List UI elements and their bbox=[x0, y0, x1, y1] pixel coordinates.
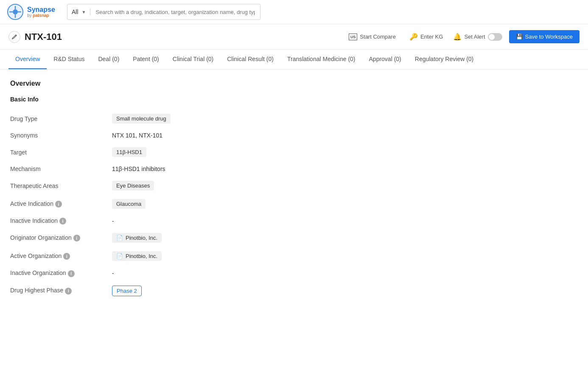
tag-badge-5: Glaucoma bbox=[112, 199, 146, 209]
tab-regulatory-review--0-[interactable]: Regulatory Review (0) bbox=[408, 50, 481, 69]
info-value-4: Eye Diseases bbox=[112, 177, 578, 195]
info-label-6: Inactive Indicationi bbox=[10, 213, 112, 229]
info-row-3: Mechanism11β-HSD1 inhibitors bbox=[10, 161, 578, 177]
info-value-1: NTX 101, NTX-101 bbox=[112, 128, 578, 143]
search-bar: All ▼ bbox=[67, 4, 260, 20]
tab-overview[interactable]: Overview bbox=[8, 50, 47, 69]
bell-icon: 🔔 bbox=[453, 33, 462, 41]
tab-translational-medicine--0-[interactable]: Translational Medicine (0) bbox=[280, 50, 362, 69]
info-label-1: Synonyms bbox=[10, 128, 112, 143]
info-label-2: Target bbox=[10, 143, 112, 161]
info-row-9: Inactive Organizationi- bbox=[10, 265, 578, 281]
info-label-0: Drug Type bbox=[10, 109, 112, 128]
info-row-7: Originator Organizationi📄Pinotbio, Inc. bbox=[10, 229, 578, 247]
info-row-2: Target11β-HSD1 bbox=[10, 143, 578, 161]
info-label-3: Mechanism bbox=[10, 161, 112, 177]
info-value-2: 11β-HSD1 bbox=[112, 143, 578, 161]
kg-icon: 🔑 bbox=[409, 33, 418, 41]
tab-clinical-trial--0-[interactable]: Clinical Trial (0) bbox=[166, 50, 220, 69]
overview-section-title: Overview bbox=[10, 80, 578, 87]
info-value-9: - bbox=[112, 265, 578, 281]
info-label-10: Drug Highest Phasei bbox=[10, 281, 112, 300]
info-tooltip-icon-6[interactable]: i bbox=[59, 218, 66, 224]
edit-icon-button[interactable] bbox=[8, 31, 20, 43]
drug-title-area: NTX-101 bbox=[8, 31, 339, 43]
drug-header: NTX-101 US Start Compare 🔑 Enter KG 🔔 Se… bbox=[0, 24, 588, 50]
compare-icon: US bbox=[349, 34, 357, 40]
info-value-6: - bbox=[112, 213, 578, 229]
info-row-8: Active Organizationi📄Pinotbio, Inc. bbox=[10, 247, 578, 265]
info-value-5: Glaucoma bbox=[112, 195, 578, 213]
info-tooltip-icon-10[interactable]: i bbox=[65, 288, 72, 294]
info-value-10: Phase 2 bbox=[112, 281, 578, 300]
org-icon-8: 📄 bbox=[116, 253, 123, 259]
set-alert-label: Set Alert bbox=[464, 34, 485, 40]
chevron-down-icon: ▼ bbox=[82, 10, 86, 14]
info-tooltip-icon-5[interactable]: i bbox=[55, 201, 62, 208]
basic-info-table: Drug TypeSmall molecule drugSynonymsNTX … bbox=[10, 109, 578, 300]
info-value-0: Small molecule drug bbox=[112, 109, 578, 128]
tab-clinical-result--0-[interactable]: Clinical Result (0) bbox=[220, 50, 280, 69]
info-label-5: Active Indicationi bbox=[10, 195, 112, 213]
svg-point-1 bbox=[13, 9, 18, 14]
info-row-5: Active IndicationiGlaucoma bbox=[10, 195, 578, 213]
set-alert-toggle[interactable] bbox=[488, 33, 502, 41]
info-value-3: 11β-HSD1 inhibitors bbox=[112, 161, 578, 177]
tag-badge-2: 11β-HSD1 bbox=[112, 147, 146, 157]
info-label-8: Active Organizationi bbox=[10, 247, 112, 265]
info-row-4: Therapeutic AreasEye Diseases bbox=[10, 177, 578, 195]
top-nav: Synapse by patsnap All ▼ bbox=[0, 0, 588, 24]
info-row-6: Inactive Indicationi- bbox=[10, 213, 578, 229]
save-workspace-label: Save to Workspace bbox=[525, 34, 573, 40]
main-content: Overview Basic Info Drug TypeSmall molec… bbox=[0, 70, 588, 311]
info-tooltip-icon-8[interactable]: i bbox=[63, 253, 70, 260]
header-actions: US Start Compare 🔑 Enter KG 🔔 Set Alert … bbox=[345, 30, 580, 43]
drug-title: NTX-101 bbox=[25, 31, 62, 42]
tab-approval--0-[interactable]: Approval (0) bbox=[362, 50, 408, 69]
enter-kg-label: Enter KG bbox=[420, 34, 443, 40]
basic-info-title: Basic Info bbox=[10, 96, 578, 103]
logo-bypatsnap-label: by patsnap bbox=[27, 13, 55, 18]
svg-line-6 bbox=[15, 35, 16, 36]
phase-badge-10: Phase 2 bbox=[112, 286, 142, 296]
info-value-7: 📄Pinotbio, Inc. bbox=[112, 229, 578, 247]
org-badge-7[interactable]: 📄Pinotbio, Inc. bbox=[112, 233, 162, 243]
pencil-icon bbox=[11, 34, 17, 40]
tag-badge-0: Small molecule drug bbox=[112, 114, 171, 123]
synapse-logo-icon bbox=[7, 3, 24, 20]
search-input[interactable] bbox=[90, 9, 260, 15]
enter-kg-button[interactable]: 🔑 Enter KG bbox=[406, 31, 446, 42]
save-icon: 💾 bbox=[516, 34, 523, 40]
set-alert-area: 🔔 Set Alert bbox=[453, 33, 502, 41]
search-dropdown-label: All bbox=[72, 8, 78, 15]
info-label-7: Originator Organizationi bbox=[10, 229, 112, 247]
info-row-10: Drug Highest PhaseiPhase 2 bbox=[10, 281, 578, 300]
org-icon-7: 📄 bbox=[116, 235, 123, 241]
tab-r&d-status[interactable]: R&D Status bbox=[47, 50, 91, 69]
logo-area: Synapse by patsnap bbox=[7, 3, 62, 20]
info-tooltip-icon-7[interactable]: i bbox=[73, 235, 80, 241]
info-row-1: SynonymsNTX 101, NTX-101 bbox=[10, 128, 578, 143]
search-dropdown-selector[interactable]: All ▼ bbox=[67, 8, 90, 15]
tabs-bar: OverviewR&D StatusDeal (0)Patent (0)Clin… bbox=[0, 50, 588, 70]
org-badge-8[interactable]: 📄Pinotbio, Inc. bbox=[112, 251, 162, 261]
info-value-8: 📄Pinotbio, Inc. bbox=[112, 247, 578, 265]
start-compare-button[interactable]: US Start Compare bbox=[345, 32, 399, 42]
save-workspace-button[interactable]: 💾 Save to Workspace bbox=[509, 30, 580, 43]
info-tooltip-icon-9[interactable]: i bbox=[68, 270, 75, 277]
logo-synapse-label: Synapse bbox=[27, 6, 55, 14]
tag-badge-4: Eye Diseases bbox=[112, 181, 154, 191]
info-label-4: Therapeutic Areas bbox=[10, 177, 112, 195]
info-label-9: Inactive Organizationi bbox=[10, 265, 112, 281]
tab-deal--0-[interactable]: Deal (0) bbox=[92, 50, 126, 69]
info-row-0: Drug TypeSmall molecule drug bbox=[10, 109, 578, 128]
tab-patent--0-[interactable]: Patent (0) bbox=[126, 50, 165, 69]
start-compare-label: Start Compare bbox=[360, 34, 396, 40]
logo-text: Synapse by patsnap bbox=[27, 6, 55, 18]
